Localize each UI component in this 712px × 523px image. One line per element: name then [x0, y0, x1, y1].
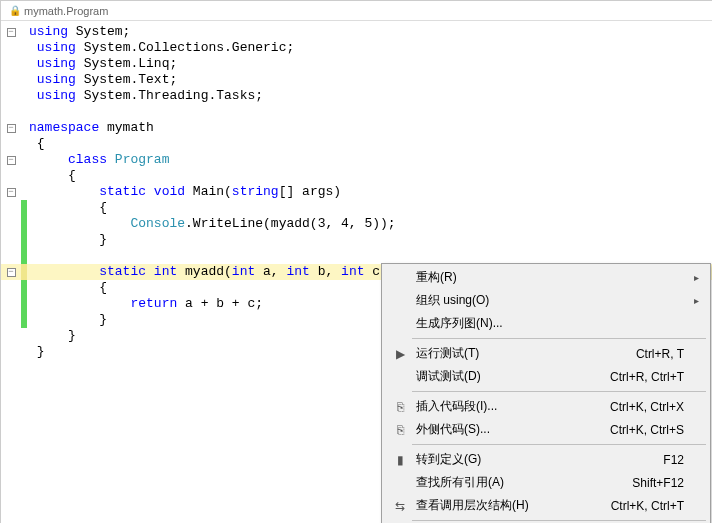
code-line[interactable]: {: [27, 136, 45, 152]
code-line[interactable]: Console.WriteLine(myadd(3, 4, 5));: [27, 216, 396, 232]
snippet-icon: ⎘: [397, 400, 404, 414]
code-line[interactable]: static int myadd(int a, int b, int c): [27, 264, 388, 280]
code-line[interactable]: using System.Threading.Tasks;: [27, 88, 263, 104]
menu-gen-seq-diagram[interactable]: 生成序列图(N)...: [384, 312, 708, 335]
fold-minus-icon[interactable]: −: [7, 156, 16, 165]
menu-run-tests[interactable]: ▶ 运行测试(T) Ctrl+R, T: [384, 342, 708, 365]
tab-bar: 🔒 mymath.Program: [1, 1, 712, 21]
menu-separator: [412, 338, 706, 339]
menu-debug-tests[interactable]: 调试测试(D) Ctrl+R, Ctrl+T: [384, 365, 708, 388]
lock-icon: 🔒: [9, 5, 21, 17]
file-tab[interactable]: 🔒 mymath.Program: [3, 3, 114, 19]
code-line[interactable]: namespace mymath: [27, 120, 154, 136]
code-line[interactable]: {: [27, 280, 107, 296]
hierarchy-icon: ⇆: [395, 499, 405, 513]
code-line[interactable]: }: [27, 344, 45, 360]
menu-find-refs[interactable]: 查找所有引用(A) Shift+F12: [384, 471, 708, 494]
code-line[interactable]: class Program: [27, 152, 169, 168]
code-line[interactable]: static void Main(string[] args): [27, 184, 341, 200]
code-line[interactable]: using System.Collections.Generic;: [27, 40, 294, 56]
tab-title: mymath.Program: [24, 5, 108, 17]
chevron-right-icon: ▸: [694, 295, 704, 306]
code-line[interactable]: using System.Text;: [27, 72, 177, 88]
fold-minus-icon[interactable]: −: [7, 188, 16, 197]
menu-surround-with[interactable]: ⎘ 外侧代码(S)... Ctrl+K, Ctrl+S: [384, 418, 708, 441]
code-line[interactable]: using System.Linq;: [27, 56, 177, 72]
menu-separator: [412, 520, 706, 521]
menu-call-hierarchy[interactable]: ⇆ 查看调用层次结构(H) Ctrl+K, Ctrl+T: [384, 494, 708, 517]
menu-separator: [412, 391, 706, 392]
code-line[interactable]: }: [27, 232, 107, 248]
menu-separator: [412, 444, 706, 445]
surround-icon: ⎘: [397, 423, 404, 437]
fold-minus-icon[interactable]: −: [7, 28, 16, 37]
fold-minus-icon[interactable]: −: [7, 124, 16, 133]
chevron-right-icon: ▸: [694, 272, 704, 283]
fold-minus-icon[interactable]: −: [7, 268, 16, 277]
goto-icon: ▮: [397, 453, 404, 467]
context-menu: 重构(R) ▸ 组织 using(O) ▸ 生成序列图(N)... ▶ 运行测试…: [381, 263, 711, 523]
menu-insert-snippet[interactable]: ⎘ 插入代码段(I)... Ctrl+K, Ctrl+X: [384, 395, 708, 418]
code-line[interactable]: }: [27, 312, 107, 328]
menu-organize-using[interactable]: 组织 using(O) ▸: [384, 289, 708, 312]
code-line[interactable]: return a + b + c;: [27, 296, 263, 312]
code-line[interactable]: {: [27, 168, 76, 184]
menu-refactor[interactable]: 重构(R) ▸: [384, 266, 708, 289]
code-line[interactable]: }: [27, 328, 76, 344]
menu-goto-def[interactable]: ▮ 转到定义(G) F12: [384, 448, 708, 471]
run-tests-icon: ▶: [396, 347, 405, 361]
code-line[interactable]: using System;: [27, 24, 130, 40]
code-line[interactable]: {: [27, 200, 107, 216]
